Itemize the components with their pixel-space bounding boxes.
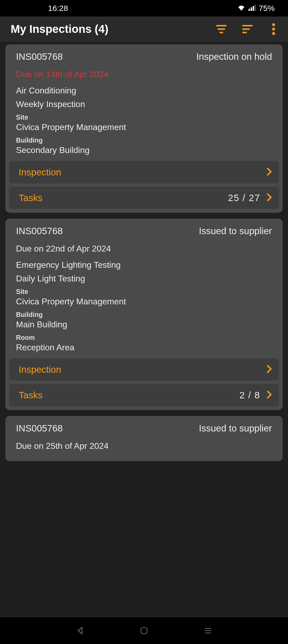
inspection-id: INS005768 — [16, 51, 63, 62]
building-value: Secondary Building — [16, 145, 272, 155]
chevron-right-icon — [266, 390, 272, 400]
chevron-right-icon — [266, 364, 272, 375]
status-bar: 16:28 75% — [0, 0, 288, 17]
svg-rect-2 — [253, 6, 254, 11]
page-title: My Inspections (4) — [11, 23, 215, 36]
inspection-action-label: Inspection — [19, 364, 266, 375]
app-bar: My Inspections (4) — [0, 17, 288, 42]
svg-rect-0 — [249, 9, 250, 11]
inspection-id: INS005768 — [16, 423, 63, 434]
svg-point-5 — [272, 28, 275, 31]
battery-text: 75% — [259, 4, 275, 13]
inspection-action[interactable]: Inspection — [9, 358, 279, 381]
status-time: 16:28 — [48, 4, 68, 13]
svg-rect-3 — [255, 5, 255, 11]
tasks-action[interactable]: Tasks 25 / 27 — [9, 187, 279, 209]
inspection-status: Issued to supplier — [199, 226, 272, 236]
inspection-frequency: Weekly Inspection — [16, 99, 272, 109]
building-label: Building — [16, 136, 272, 144]
inspection-action-label: Inspection — [19, 167, 266, 178]
tasks-action-label: Tasks — [19, 390, 239, 400]
inspection-card[interactable]: INS005768 Issued to supplier Due on 25th… — [5, 416, 283, 461]
due-date: Due on 22nd of Apr 2024 — [16, 244, 272, 254]
building-label: Building — [16, 311, 272, 319]
home-button[interactable] — [139, 625, 149, 636]
svg-rect-1 — [251, 7, 252, 11]
sort-icon[interactable] — [241, 23, 254, 36]
inspection-type: Emergency Lighting Testing — [16, 260, 272, 270]
room-label: Room — [16, 334, 272, 341]
system-nav-bar — [0, 617, 288, 644]
chevron-right-icon — [266, 193, 272, 203]
chevron-right-icon — [266, 167, 272, 177]
site-label: Site — [16, 113, 272, 121]
status-indicators: 75% — [237, 4, 275, 13]
back-button[interactable] — [75, 625, 85, 636]
tasks-count: 2 / 8 — [239, 390, 260, 400]
svg-point-4 — [272, 23, 275, 26]
inspection-status: Issued to supplier — [199, 423, 272, 434]
signal-icon — [249, 4, 255, 13]
inspection-type: Air Conditioning — [16, 86, 272, 96]
tasks-action[interactable]: Tasks 2 / 8 — [9, 384, 279, 406]
filter-icon[interactable] — [215, 23, 228, 36]
tasks-count: 25 / 27 — [228, 193, 260, 203]
inspection-frequency: Daily Light Testing — [16, 274, 272, 284]
wifi-icon — [237, 4, 245, 13]
site-value: Civica Property Management — [16, 122, 272, 132]
inspection-card[interactable]: INS005768 Inspection on hold Due on 14th… — [5, 44, 283, 213]
site-value: Civica Property Management — [16, 297, 272, 307]
inspection-id: INS005768 — [16, 226, 63, 236]
site-label: Site — [16, 288, 272, 296]
inspection-status: Inspection on hold — [196, 51, 272, 62]
recents-button[interactable] — [203, 625, 213, 636]
inspection-list: INS005768 Inspection on hold Due on 14th… — [0, 42, 288, 617]
inspection-action[interactable]: Inspection — [9, 161, 279, 183]
room-value: Reception Area — [16, 343, 272, 352]
due-date: Due on 14th of Apr 2024 — [16, 69, 272, 79]
svg-point-6 — [272, 32, 275, 35]
building-value: Main Building — [16, 320, 272, 329]
svg-rect-7 — [141, 628, 147, 634]
more-icon[interactable] — [267, 23, 280, 36]
due-date: Due on 25th of Apr 2024 — [16, 441, 272, 451]
inspection-card[interactable]: INS005768 Issued to supplier Due on 22nd… — [5, 219, 283, 410]
tasks-action-label: Tasks — [19, 193, 228, 203]
